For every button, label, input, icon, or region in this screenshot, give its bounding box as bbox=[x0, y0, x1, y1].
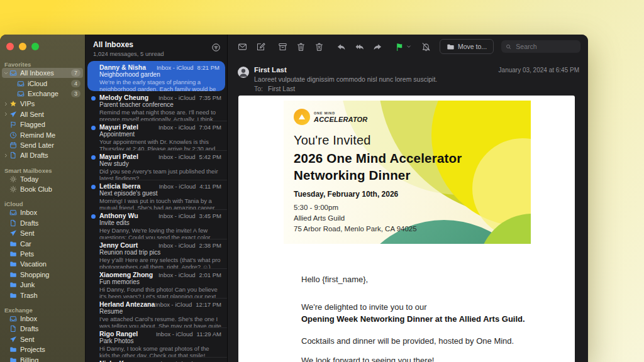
filter-icon[interactable] bbox=[211, 43, 221, 52]
sidebar-item-trash[interactable]: Trash bbox=[2, 290, 83, 300]
message-date: January 03, 2024 at 6:45 PM bbox=[499, 67, 579, 74]
paperplane-icon bbox=[9, 111, 17, 118]
sidebar-item-exchange-inbox[interactable]: Exchange 3 bbox=[2, 89, 83, 99]
flag-menu-chevron-icon[interactable] bbox=[406, 44, 411, 49]
paperplane-icon bbox=[9, 229, 17, 237]
sidebar-item-sent[interactable]: Sent bbox=[2, 228, 83, 238]
get-mail-icon[interactable] bbox=[238, 42, 247, 52]
folder-icon bbox=[9, 250, 17, 258]
closing-paragraph: We look forward to seeing you there! bbox=[301, 356, 537, 362]
sidebar-item-all-drafts[interactable]: All Drafts bbox=[2, 150, 83, 160]
email-row-leticia-iberra[interactable]: Leticia Iberra Inbox - iCloud4:11 PM Nex… bbox=[86, 180, 227, 209]
star-icon bbox=[9, 100, 17, 107]
event-address: 75 Arbor Road, Menlo Park, CA 94025 bbox=[294, 225, 417, 233]
flag-icon bbox=[9, 121, 17, 128]
inbox-tray-icon bbox=[9, 315, 17, 322]
trash-icon[interactable] bbox=[296, 42, 306, 52]
search-field[interactable] bbox=[501, 40, 580, 53]
close-window-button[interactable] bbox=[6, 43, 14, 50]
invite-eyebrow: You're Invited bbox=[294, 133, 371, 148]
logo-triangle-icon bbox=[294, 109, 310, 125]
section-label-favorites: Favorites bbox=[0, 58, 85, 68]
sidebar-item-book-club[interactable]: Book Club bbox=[2, 184, 83, 194]
section-label-exchange: Exchange bbox=[0, 304, 85, 314]
email-row-jenny-court[interactable]: Jenny Court Inbox - iCloud2:38 PM Reunio… bbox=[86, 239, 227, 268]
sidebar-item-shopping[interactable]: Shopping bbox=[2, 270, 83, 280]
sidebar-item-junk[interactable]: Junk bbox=[2, 280, 83, 290]
sidebar-item-today[interactable]: Today bbox=[2, 174, 83, 184]
invite-paragraph: We're delighted to invite you to our Ope… bbox=[301, 301, 537, 325]
email-row-herland-antezana[interactable]: Herland Antezana Inbox - iCloud12:17 PM … bbox=[86, 298, 227, 327]
folder-icon bbox=[447, 43, 455, 51]
event-venue: Allied Arts Guild bbox=[294, 214, 417, 222]
email-row-anthony-wu[interactable]: Anthony Wu Inbox - iCloud3:45 PM Invite … bbox=[86, 209, 227, 239]
message-summary: Laoreet vulputate dignissim commodo nisl… bbox=[254, 75, 578, 83]
sidebar-item-flagged[interactable]: Flagged bbox=[2, 119, 83, 129]
email-row-mayuri-patel-1[interactable]: Mayuri Patel Inbox - iCloud7:04 PM Appoi… bbox=[86, 121, 227, 150]
archive-icon[interactable] bbox=[278, 42, 287, 52]
email-row-mayuri-patel-2[interactable]: Mayuri Patel Inbox - iCloud5:42 PM New s… bbox=[86, 150, 227, 180]
chevron-right-icon[interactable] bbox=[3, 153, 9, 158]
folder-icon bbox=[9, 240, 17, 248]
clock-icon bbox=[9, 131, 17, 139]
sidebar-item-exchange-sent[interactable]: Sent bbox=[2, 334, 83, 344]
search-icon bbox=[506, 43, 511, 50]
event-time: 5:30 - 9:00pm bbox=[294, 204, 417, 211]
sidebar-item-remind-me[interactable]: Remind Me bbox=[2, 129, 83, 140]
reply-all-icon[interactable] bbox=[355, 42, 364, 52]
dinner-paragraph: Cocktails and dinner will be provided, h… bbox=[301, 336, 537, 346]
minimize-window-button[interactable] bbox=[19, 43, 26, 50]
sidebar-item-inbox[interactable]: Inbox bbox=[2, 207, 83, 217]
email-row-rigo-rangel[interactable]: Rigo Rangel Inbox - iCloud11:29 AM Park … bbox=[86, 327, 227, 357]
sidebar-item-exchange-inbox2[interactable]: Inbox bbox=[2, 314, 83, 324]
section-label-smart-mailboxes: Smart Mailboxes bbox=[0, 165, 85, 174]
sidebar-item-all-sent[interactable]: All Sent bbox=[2, 109, 83, 119]
sidebar-item-drafts[interactable]: Drafts bbox=[2, 218, 83, 228]
folder-icon bbox=[9, 271, 17, 278]
email-row-xiaomeng-zhong[interactable]: Xiaomeng Zhong Inbox - iCloud2:01 PM Fun… bbox=[86, 268, 227, 298]
sidebar-item-car[interactable]: Car bbox=[2, 238, 83, 248]
toolbar: Move to... bbox=[228, 35, 588, 58]
inbox-tray-icon bbox=[17, 80, 25, 87]
folder-icon bbox=[9, 260, 17, 268]
unread-count-badge: 7 bbox=[71, 69, 80, 77]
chevron-right-icon[interactable] bbox=[3, 112, 9, 116]
email-row-nisha-kumar[interactable]: Nisha Kumar Inbox - iCloud11:09 AM bbox=[86, 357, 227, 362]
forward-icon[interactable] bbox=[373, 42, 382, 52]
email-body-card: ONE MIND ACCELERATOR You're Invited 2026… bbox=[238, 96, 575, 362]
search-input[interactable] bbox=[514, 42, 576, 51]
mute-bell-icon[interactable] bbox=[421, 42, 431, 52]
sidebar-item-all-inboxes[interactable]: All Inboxes 7 bbox=[2, 68, 83, 78]
event-date: Tuesday, February 10th, 2026 bbox=[294, 190, 417, 199]
unread-dot bbox=[91, 185, 96, 189]
sidebar-item-vacation[interactable]: Vacation bbox=[2, 259, 83, 269]
chevron-right-icon[interactable] bbox=[3, 102, 9, 106]
sidebar-item-billing[interactable]: Billing bbox=[2, 354, 83, 362]
reply-icon[interactable] bbox=[336, 42, 346, 52]
folder-icon bbox=[9, 346, 17, 353]
junk-icon[interactable] bbox=[314, 42, 324, 52]
recipient-line: To:First Last bbox=[254, 85, 578, 92]
email-body-text: Hello {first_name}, We're delighted to i… bbox=[301, 275, 537, 362]
paperplane-icon bbox=[9, 336, 17, 343]
mail-window: Favorites All Inboxes 7 iCloud 4 Exchan bbox=[0, 35, 588, 362]
sidebar-item-exchange-drafts[interactable]: Drafts bbox=[2, 324, 83, 334]
sidebar-item-send-later[interactable]: Send Later bbox=[2, 140, 83, 150]
sidebar-item-icloud-inbox[interactable]: iCloud 4 bbox=[2, 78, 83, 88]
compose-icon[interactable] bbox=[256, 42, 265, 52]
section-label-icloud: iCloud bbox=[0, 198, 85, 207]
sidebar-item-vips[interactable]: VIPs bbox=[2, 99, 83, 109]
folder-icon bbox=[9, 356, 17, 362]
person-icon bbox=[238, 67, 249, 78]
sidebar-item-projects[interactable]: Projects bbox=[2, 344, 83, 354]
email-row-melody-cheung[interactable]: Melody Cheung Inbox - iCloud7:35 PM Pare… bbox=[86, 91, 227, 121]
unread-count-badge: 4 bbox=[71, 80, 80, 87]
sidebar-item-pets[interactable]: Pets bbox=[2, 249, 83, 259]
flag-icon[interactable] bbox=[395, 42, 404, 52]
zoom-window-button[interactable] bbox=[31, 43, 39, 50]
chevron-down-icon[interactable] bbox=[3, 71, 9, 75]
unread-dot bbox=[91, 126, 96, 130]
email-row-danny-nisha[interactable]: Danny & Nisha Inbox - iCloud8:21 PM Neig… bbox=[87, 61, 225, 91]
move-to-button[interactable]: Move to... bbox=[440, 39, 494, 54]
document-icon bbox=[9, 151, 17, 159]
